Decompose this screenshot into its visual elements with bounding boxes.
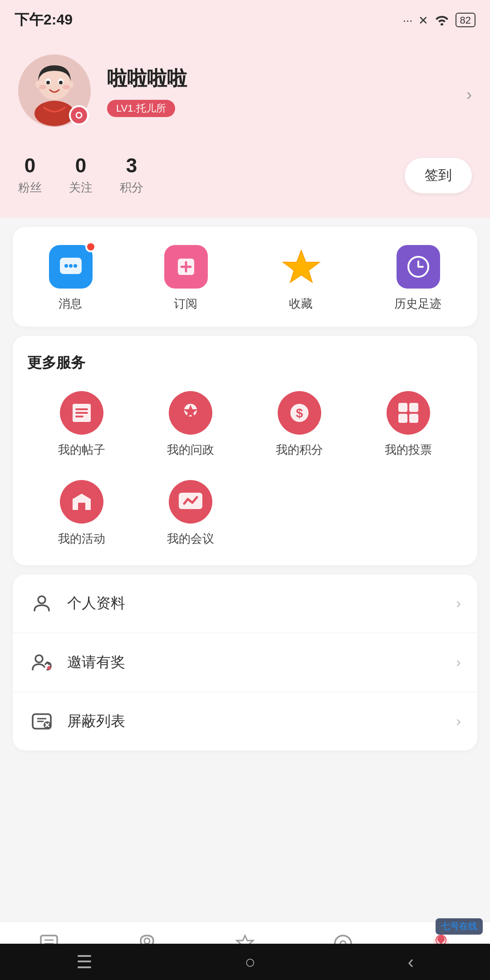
my-posts-label: 我的帖子 — [58, 442, 105, 458]
collect-label: 收藏 — [289, 296, 313, 312]
svg-point-40 — [47, 666, 51, 670]
svg-point-59 — [437, 936, 445, 943]
my-politics-label: 我的问政 — [167, 442, 214, 458]
checkin-button[interactable]: 签到 — [405, 157, 472, 193]
menu-item-profile[interactable]: 个人资料 › — [13, 574, 477, 633]
history-icon-wrap — [396, 245, 440, 289]
profile-menu-arrow: › — [456, 595, 461, 612]
profile-menu-label: 个人资料 — [67, 594, 456, 613]
quick-item-history[interactable]: 历史足迹 — [394, 245, 441, 312]
my-posts-icon — [60, 391, 103, 435]
my-activity-label: 我的活动 — [58, 531, 105, 547]
blocklist-menu-label: 屏蔽列表 — [67, 712, 456, 731]
message-icon-wrap — [49, 245, 92, 289]
svg-point-10 — [63, 85, 70, 89]
battery-icon: 82 — [456, 13, 476, 27]
service-my-politics[interactable]: 我的问政 — [136, 391, 245, 458]
avatar-edit-icon[interactable] — [69, 105, 89, 125]
menu-item-blocklist[interactable]: 屏蔽列表 › — [13, 692, 477, 750]
my-vote-label: 我的投票 — [385, 442, 432, 458]
wifi-icon — [434, 12, 450, 28]
subscribe-icon-wrap — [164, 245, 207, 289]
my-vote-icon — [387, 391, 430, 435]
more-services: 更多服务 我的帖子 — [13, 336, 477, 565]
status-bar: 下午2:49 ··· ✕ 82 — [0, 0, 490, 36]
svg-point-1 — [34, 101, 74, 126]
collect-icon-wrap — [279, 245, 323, 289]
svg-rect-36 — [78, 503, 85, 510]
fans-count: 0 — [18, 154, 42, 178]
profile-arrow[interactable]: › — [466, 86, 472, 105]
watermark: 七号在线 — [436, 918, 483, 935]
svg-point-7 — [46, 81, 50, 84]
blocklist-icon — [29, 709, 54, 734]
quick-item-message[interactable]: 消息 — [49, 245, 92, 312]
stat-following[interactable]: 0 关注 — [69, 154, 93, 196]
avatar-wrap[interactable] — [18, 54, 91, 127]
system-bar: ☰ ○ ‹ — [0, 944, 490, 980]
svg-rect-32 — [398, 403, 407, 412]
status-time: 下午2:49 — [15, 10, 73, 29]
services-grid: 我的帖子 我的问政 $ — [27, 391, 463, 547]
my-activity-icon — [60, 480, 103, 524]
stats-bar: 0 粉丝 0 关注 3 积分 签到 — [0, 154, 490, 218]
message-badge — [85, 241, 96, 252]
following-count: 0 — [69, 154, 93, 178]
svg-point-51 — [144, 938, 150, 944]
quick-item-subscribe[interactable]: 订阅 — [164, 245, 207, 312]
invite-menu-label: 邀请有奖 — [67, 653, 456, 672]
blocklist-menu-arrow: › — [456, 713, 461, 730]
signal-icon: ··· — [403, 13, 413, 27]
svg-point-8 — [59, 81, 63, 84]
my-points-label: 我的积分 — [276, 442, 323, 458]
x-icon: ✕ — [418, 13, 428, 27]
following-label: 关注 — [69, 180, 93, 196]
svg-text:$: $ — [296, 406, 303, 420]
service-my-meeting[interactable]: 我的会议 — [136, 480, 245, 547]
service-my-vote[interactable]: 我的投票 — [354, 391, 463, 458]
svg-point-39 — [35, 655, 43, 662]
profile-info: 啦啦啦啦 LV1.托儿所 — [107, 65, 472, 117]
svg-rect-34 — [398, 414, 407, 423]
points-count: 3 — [120, 154, 143, 178]
level-badge: LV1.托儿所 — [107, 99, 175, 117]
sys-back-btn[interactable]: ‹ — [408, 951, 414, 972]
profile-header: 啦啦啦啦 LV1.托儿所 › — [0, 36, 490, 154]
menu-section: 个人资料 › 邀请有奖 › — [13, 574, 477, 750]
my-points-icon: $ — [278, 391, 321, 435]
invite-menu-arrow: › — [456, 654, 461, 671]
svg-point-9 — [39, 85, 46, 89]
stat-points[interactable]: 3 积分 — [120, 154, 143, 196]
service-my-activity[interactable]: 我的活动 — [27, 480, 136, 547]
subscribe-label: 订阅 — [174, 296, 197, 312]
status-icons: ··· ✕ 82 — [403, 12, 475, 28]
svg-point-14 — [64, 264, 68, 268]
menu-item-invite[interactable]: 邀请有奖 › — [13, 633, 477, 692]
service-my-posts[interactable]: 我的帖子 — [27, 391, 136, 458]
more-services-title: 更多服务 — [27, 354, 463, 373]
my-meeting-label: 我的会议 — [167, 531, 214, 547]
service-my-points[interactable]: $ 我的积分 — [245, 391, 354, 458]
svg-rect-35 — [409, 414, 418, 423]
sys-menu-btn[interactable]: ☰ — [76, 951, 93, 973]
invite-icon — [29, 650, 54, 675]
points-label: 积分 — [120, 180, 143, 196]
my-politics-icon — [169, 391, 212, 435]
svg-marker-20 — [283, 250, 319, 282]
my-meeting-icon — [169, 480, 212, 524]
stat-fans[interactable]: 0 粉丝 — [18, 154, 42, 196]
message-label: 消息 — [59, 296, 82, 312]
sys-home-btn[interactable]: ○ — [245, 951, 255, 972]
svg-point-15 — [69, 264, 72, 268]
quick-item-collect[interactable]: 收藏 — [279, 245, 323, 312]
fans-label: 粉丝 — [18, 180, 42, 196]
quick-actions: 消息 订阅 收藏 — [13, 227, 477, 327]
profile-icon — [29, 591, 54, 616]
profile-name: 啦啦啦啦 — [107, 65, 472, 92]
stats-group: 0 粉丝 0 关注 3 积分 — [18, 154, 405, 196]
svg-point-16 — [73, 264, 77, 268]
svg-point-38 — [38, 596, 45, 603]
history-label: 历史足迹 — [394, 296, 441, 312]
svg-rect-33 — [409, 403, 418, 412]
